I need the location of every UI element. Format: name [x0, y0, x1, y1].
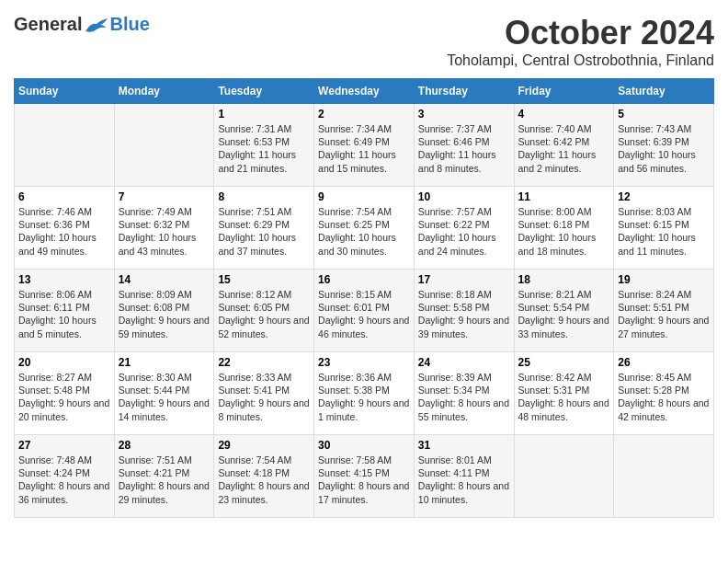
header-thursday: Thursday [414, 79, 514, 104]
table-row: 23 Sunrise: 8:36 AM Sunset: 5:38 PM Dayl… [314, 352, 415, 435]
sunrise-text: Sunrise: 8:15 AM [318, 288, 410, 301]
daylight-text: Daylight: 9 hours and 1 minute. [318, 396, 410, 422]
day-info: Sunrise: 7:34 AM Sunset: 6:49 PM Dayligh… [318, 122, 410, 175]
day-number: 12 [618, 190, 710, 203]
sunrise-text: Sunrise: 8:33 AM [218, 371, 310, 384]
sunset-text: Sunset: 6:22 PM [418, 218, 510, 231]
logo-general: General [14, 14, 82, 35]
table-row: 11 Sunrise: 8:00 AM Sunset: 6:18 PM Dayl… [514, 187, 614, 270]
sunset-text: Sunset: 4:11 PM [418, 466, 510, 479]
daylight-text: Daylight: 9 hours and 8 minutes. [218, 396, 310, 422]
day-info: Sunrise: 7:57 AM Sunset: 6:22 PM Dayligh… [418, 205, 510, 258]
day-number: 11 [518, 190, 610, 203]
sunrise-text: Sunrise: 8:27 AM [18, 371, 110, 384]
day-info: Sunrise: 7:51 AM Sunset: 4:21 PM Dayligh… [119, 454, 210, 506]
table-row: 6 Sunrise: 7:46 AM Sunset: 6:36 PM Dayli… [15, 187, 115, 270]
daylight-text: Daylight: 9 hours and 59 minutes. [119, 314, 210, 339]
sunset-text: Sunset: 6:53 PM [218, 135, 310, 148]
calendar-week-row: 13 Sunrise: 8:06 AM Sunset: 6:11 PM Dayl… [15, 270, 714, 352]
table-row: 12 Sunrise: 8:03 AM Sunset: 6:15 PM Dayl… [614, 187, 714, 270]
day-info: Sunrise: 7:49 AM Sunset: 6:32 PM Dayligh… [119, 205, 210, 258]
day-number: 29 [218, 439, 310, 452]
header-tuesday: Tuesday [214, 79, 314, 104]
day-number: 20 [18, 356, 110, 369]
day-number: 28 [119, 439, 210, 452]
day-info: Sunrise: 7:40 AM Sunset: 6:42 PM Dayligh… [518, 122, 610, 175]
sunrise-text: Sunrise: 7:54 AM [218, 454, 310, 466]
daylight-text: Daylight: 8 hours and 10 minutes. [418, 479, 510, 505]
daylight-text: Daylight: 8 hours and 23 minutes. [218, 479, 310, 505]
day-info: Sunrise: 8:30 AM Sunset: 5:44 PM Dayligh… [119, 371, 210, 423]
daylight-text: Daylight: 10 hours and 11 minutes. [618, 231, 710, 257]
day-info: Sunrise: 8:42 AM Sunset: 5:31 PM Dayligh… [518, 371, 610, 423]
table-row: 15 Sunrise: 8:12 AM Sunset: 6:05 PM Dayl… [214, 270, 314, 352]
daylight-text: Daylight: 10 hours and 18 minutes. [518, 231, 610, 257]
sunset-text: Sunset: 5:51 PM [618, 301, 710, 314]
calendar-table: Sunday Monday Tuesday Wednesday Thursday… [14, 78, 714, 518]
header-friday: Friday [514, 79, 614, 104]
sunset-text: Sunset: 5:44 PM [119, 384, 210, 396]
day-info: Sunrise: 8:03 AM Sunset: 6:15 PM Dayligh… [618, 205, 710, 258]
day-info: Sunrise: 8:00 AM Sunset: 6:18 PM Dayligh… [518, 205, 610, 258]
sunset-text: Sunset: 4:24 PM [18, 466, 110, 479]
sunset-text: Sunset: 5:54 PM [518, 301, 610, 314]
calendar-week-row: 27 Sunrise: 7:48 AM Sunset: 4:24 PM Dayl… [15, 435, 714, 518]
day-number: 18 [518, 273, 610, 286]
sunrise-text: Sunrise: 8:06 AM [18, 288, 110, 301]
table-row: 28 Sunrise: 7:51 AM Sunset: 4:21 PM Dayl… [114, 435, 214, 518]
sunset-text: Sunset: 5:38 PM [318, 384, 410, 396]
day-number: 24 [418, 356, 510, 369]
day-info: Sunrise: 8:15 AM Sunset: 6:01 PM Dayligh… [318, 288, 410, 340]
day-number: 2 [318, 108, 410, 121]
sunset-text: Sunset: 6:25 PM [318, 218, 410, 231]
sunrise-text: Sunrise: 7:31 AM [218, 122, 310, 135]
day-info: Sunrise: 8:21 AM Sunset: 5:54 PM Dayligh… [518, 288, 610, 340]
sunrise-text: Sunrise: 7:57 AM [418, 205, 510, 218]
sunrise-text: Sunrise: 7:37 AM [418, 122, 510, 135]
day-number: 16 [318, 273, 410, 286]
sunset-text: Sunset: 5:31 PM [518, 384, 610, 396]
day-info: Sunrise: 7:46 AM Sunset: 6:36 PM Dayligh… [18, 205, 110, 258]
sunset-text: Sunset: 6:32 PM [119, 218, 210, 231]
table-row: 25 Sunrise: 8:42 AM Sunset: 5:31 PM Dayl… [514, 352, 614, 435]
sunrise-text: Sunrise: 7:46 AM [18, 205, 110, 218]
daylight-text: Daylight: 8 hours and 29 minutes. [119, 479, 210, 505]
header-saturday: Saturday [614, 79, 714, 104]
table-row [514, 435, 614, 518]
day-number: 15 [218, 273, 310, 286]
table-row [114, 104, 214, 187]
day-info: Sunrise: 8:45 AM Sunset: 5:28 PM Dayligh… [618, 371, 710, 423]
day-info: Sunrise: 8:01 AM Sunset: 4:11 PM Dayligh… [418, 454, 510, 506]
daylight-text: Daylight: 10 hours and 30 minutes. [318, 231, 410, 257]
sunrise-text: Sunrise: 8:30 AM [119, 371, 210, 384]
table-row: 24 Sunrise: 8:39 AM Sunset: 5:34 PM Dayl… [414, 352, 514, 435]
day-number: 26 [618, 356, 710, 369]
daylight-text: Daylight: 9 hours and 33 minutes. [518, 314, 610, 339]
day-number: 8 [218, 190, 310, 203]
location-subtitle: Toholampi, Central Ostrobothnia, Finland [447, 52, 714, 69]
table-row [15, 104, 115, 187]
sunset-text: Sunset: 5:28 PM [618, 384, 710, 396]
day-number: 25 [518, 356, 610, 369]
sunset-text: Sunset: 6:11 PM [18, 301, 110, 314]
day-info: Sunrise: 8:24 AM Sunset: 5:51 PM Dayligh… [618, 288, 710, 340]
sunrise-text: Sunrise: 8:39 AM [418, 371, 510, 384]
day-number: 23 [318, 356, 410, 369]
table-row: 1 Sunrise: 7:31 AM Sunset: 6:53 PM Dayli… [214, 104, 314, 187]
day-info: Sunrise: 8:12 AM Sunset: 6:05 PM Dayligh… [218, 288, 310, 340]
day-info: Sunrise: 8:36 AM Sunset: 5:38 PM Dayligh… [318, 371, 410, 423]
sunset-text: Sunset: 6:08 PM [119, 301, 210, 314]
daylight-text: Daylight: 10 hours and 5 minutes. [18, 314, 110, 339]
sunrise-text: Sunrise: 7:49 AM [119, 205, 210, 218]
day-number: 17 [418, 273, 510, 286]
daylight-text: Daylight: 11 hours and 21 minutes. [218, 148, 310, 174]
sunset-text: Sunset: 4:18 PM [218, 466, 310, 479]
sunset-text: Sunset: 4:15 PM [318, 466, 410, 479]
table-row: 20 Sunrise: 8:27 AM Sunset: 5:48 PM Dayl… [15, 352, 115, 435]
day-number: 1 [218, 108, 310, 121]
day-info: Sunrise: 7:58 AM Sunset: 4:15 PM Dayligh… [318, 454, 410, 506]
sunrise-text: Sunrise: 8:36 AM [318, 371, 410, 384]
table-row: 22 Sunrise: 8:33 AM Sunset: 5:41 PM Dayl… [214, 352, 314, 435]
table-row: 18 Sunrise: 8:21 AM Sunset: 5:54 PM Dayl… [514, 270, 614, 352]
calendar-week-row: 1 Sunrise: 7:31 AM Sunset: 6:53 PM Dayli… [15, 104, 714, 187]
